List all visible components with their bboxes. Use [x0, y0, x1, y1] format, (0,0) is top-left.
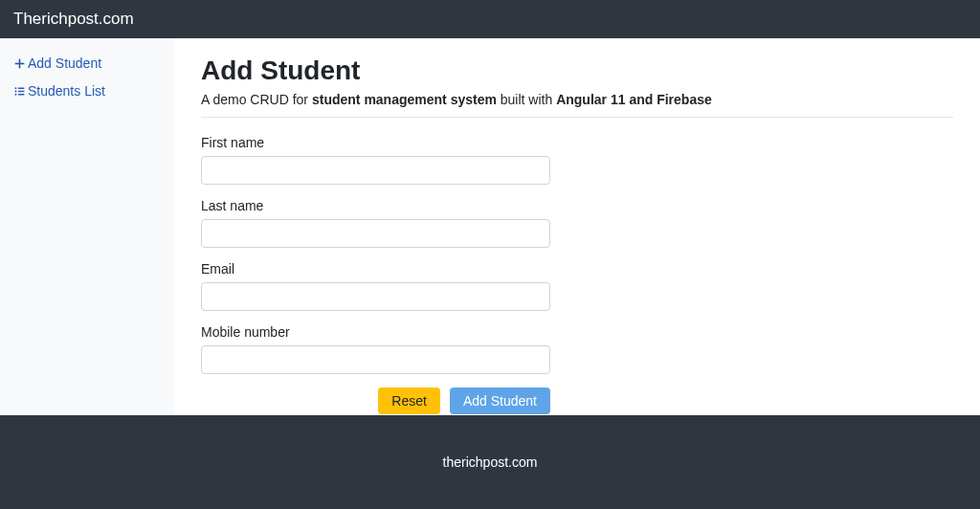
tagline-mid: built with — [497, 92, 556, 107]
tagline-pre: A demo CRUD for — [201, 92, 312, 107]
reset-button[interactable]: Reset — [378, 387, 440, 414]
svg-rect-5 — [18, 90, 25, 91]
page-title: Add Student — [201, 55, 953, 86]
tagline-strong2: Angular 11 and Firebase — [556, 92, 712, 107]
svg-point-6 — [14, 93, 16, 95]
first-name-label: First name — [201, 135, 953, 150]
sidebar-item-add-student[interactable]: Add Student — [0, 50, 174, 77]
mobile-input[interactable] — [201, 345, 550, 374]
student-form: First name Last name Email Mobile number… — [201, 135, 953, 414]
email-input[interactable] — [201, 282, 550, 311]
brand-title[interactable]: Therichpost.com — [13, 10, 134, 28]
last-name-input[interactable] — [201, 219, 550, 248]
email-label: Email — [201, 261, 953, 277]
mobile-label: Mobile number — [201, 324, 953, 340]
svg-rect-3 — [18, 87, 25, 88]
list-icon — [13, 85, 26, 98]
sidebar-item-students-list[interactable]: Students List — [0, 77, 174, 105]
tagline: A demo CRUD for student management syste… — [201, 92, 953, 107]
svg-point-4 — [14, 90, 16, 92]
tagline-strong1: student management system — [312, 92, 497, 107]
sidebar-item-label: Students List — [28, 83, 105, 100]
last-name-label: Last name — [201, 198, 953, 213]
footer: therichpost.com — [0, 415, 980, 509]
footer-text: therichpost.com — [443, 454, 538, 470]
first-name-input[interactable] — [201, 156, 550, 185]
sidebar: Add Student Students List — [0, 38, 174, 415]
svg-rect-7 — [18, 94, 25, 95]
svg-rect-1 — [15, 63, 25, 65]
add-student-button[interactable]: Add Student — [450, 387, 550, 414]
svg-point-2 — [14, 87, 16, 89]
sidebar-item-label: Add Student — [28, 55, 101, 72]
plus-icon — [13, 57, 26, 70]
main-content: Add Student A demo CRUD for student mana… — [174, 38, 980, 415]
divider — [201, 117, 953, 118]
navbar: Therichpost.com — [0, 0, 980, 38]
